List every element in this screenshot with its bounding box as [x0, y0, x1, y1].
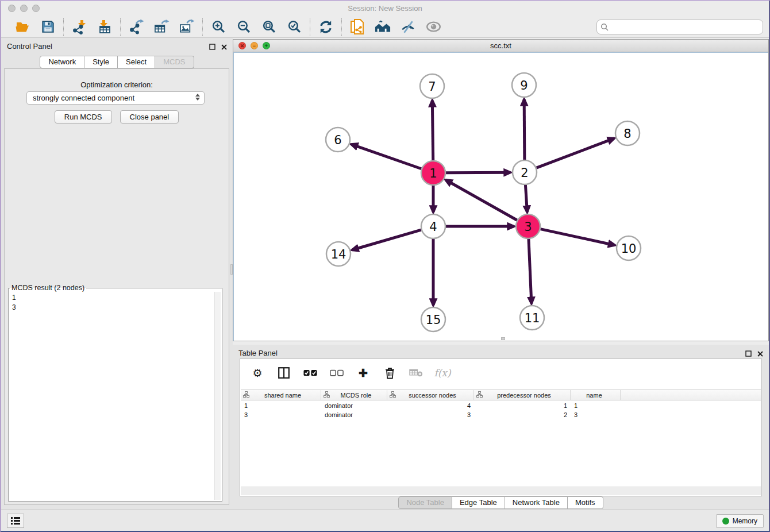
close-panel-icon[interactable]	[221, 42, 227, 52]
edge-2-9[interactable]	[524, 99, 525, 160]
network-window-titlebar[interactable]: ✕ − + scc.txt	[233, 40, 768, 52]
canvas-grip[interactable]	[501, 337, 505, 340]
table-row[interactable]: 1dominator411	[241, 401, 761, 410]
unselect-all-columns-icon[interactable]	[330, 366, 344, 380]
import-network-icon[interactable]	[71, 19, 87, 35]
export-network-icon[interactable]	[128, 19, 144, 35]
search-input[interactable]	[596, 20, 763, 34]
node-label-15: 15	[426, 313, 441, 327]
node-label-7: 7	[428, 80, 436, 94]
column-header-label: shared name	[249, 392, 321, 399]
cell-shared-name[interactable]: 3	[241, 411, 321, 418]
node-label-4: 4	[429, 220, 437, 234]
close-panel-icon[interactable]	[757, 349, 763, 359]
optimization-criterion-label: Optimization criterion:	[5, 80, 229, 89]
show-columns-icon[interactable]	[277, 366, 291, 380]
column-header-successor-nodes[interactable]: successor nodes	[387, 390, 474, 400]
column-header-shared-name[interactable]: shared name	[241, 390, 321, 400]
hide-panels-icon[interactable]	[400, 19, 416, 35]
close-panel-button[interactable]: Close panel	[120, 110, 179, 124]
control-panel-title: Control Panel	[7, 42, 52, 51]
save-session-icon[interactable]	[40, 19, 56, 35]
cell-name[interactable]: 3	[571, 411, 621, 418]
mcds-result-box: MCDS result (2 nodes) 1 3	[8, 284, 222, 502]
search-icon	[600, 23, 609, 33]
flat-hierarchy-icon	[390, 391, 396, 399]
task-history-button[interactable]	[7, 514, 24, 528]
table-tabs: Node TableEdge TableNetwork TableMotifs	[233, 496, 769, 509]
table-options-icon[interactable]: ⚙	[251, 366, 264, 380]
edge-3-11[interactable]	[529, 239, 532, 303]
edge-2-3[interactable]	[525, 185, 527, 212]
zoom-in-icon[interactable]	[210, 19, 226, 35]
float-panel-icon[interactable]	[745, 349, 752, 359]
cell-mcds-role[interactable]: dominator	[321, 402, 387, 409]
node-label-11: 11	[525, 311, 540, 325]
cell-predecessor-nodes[interactable]: 2	[474, 411, 571, 418]
cell-successor-nodes[interactable]: 3	[387, 411, 474, 418]
edge-1-6[interactable]	[352, 144, 422, 168]
run-mcds-button[interactable]: Run MCDS	[55, 110, 112, 124]
column-header-name[interactable]: name	[571, 390, 621, 400]
edge-1-2[interactable]	[446, 172, 510, 173]
tab-select[interactable]: Select	[118, 56, 155, 68]
tab-motifs[interactable]: Motifs	[568, 496, 603, 509]
open-file-icon[interactable]	[14, 19, 30, 35]
select-all-columns-icon[interactable]	[303, 366, 317, 380]
add-column-icon[interactable]: ✚	[356, 366, 370, 380]
flat-hierarchy-icon	[324, 391, 330, 399]
table-row[interactable]: 3dominator323	[241, 410, 761, 419]
memory-status-icon	[722, 518, 729, 525]
table-hscrollbar[interactable]	[241, 487, 761, 495]
tab-edge-table[interactable]: Edge Table	[452, 496, 505, 509]
cell-successor-nodes[interactable]: 4	[387, 402, 474, 409]
function-builder-icon[interactable]: f(x)	[436, 366, 449, 380]
tab-node-table[interactable]: Node Table	[398, 496, 452, 509]
column-header-predecessor-nodes[interactable]: predecessor nodes	[474, 390, 571, 400]
node-table: ⚙ ✚ f(x) shared nameMCDS r	[240, 358, 762, 496]
cell-name[interactable]: 1	[571, 402, 621, 409]
export-image-icon[interactable]	[179, 19, 195, 35]
column-header-mcds-role[interactable]: MCDS role	[321, 390, 387, 400]
title-bar: Session: New Session	[1, 1, 769, 16]
table-panel-title: Table Panel	[238, 349, 278, 357]
apply-layout-icon[interactable]	[318, 19, 334, 35]
import-table-icon[interactable]	[97, 19, 113, 35]
edge-2-8[interactable]	[537, 138, 614, 168]
memory-button[interactable]: Memory	[716, 514, 764, 528]
flat-hierarchy-icon	[243, 391, 249, 399]
cell-shared-name[interactable]: 1	[241, 402, 321, 409]
export-table-icon[interactable]	[153, 19, 170, 35]
network-graph[interactable]: 1234678910111415	[234, 53, 769, 342]
criterion-dropdown[interactable]: strongly connected component	[26, 91, 205, 105]
network-canvas[interactable]: 1234678910111415	[233, 52, 768, 341]
mcds-result-text[interactable]: 1 3	[10, 292, 214, 500]
clone-network-icon[interactable]	[349, 19, 365, 35]
delete-table-icon[interactable]	[409, 366, 423, 380]
edge-4-14[interactable]	[352, 230, 421, 250]
tab-style[interactable]: Style	[84, 56, 118, 68]
cell-mcds-role[interactable]: dominator	[321, 411, 387, 418]
tab-mcds[interactable]: MCDS	[155, 56, 194, 68]
column-header-label: name	[573, 392, 620, 399]
mcds-panel: Optimization criterion: strongly connect…	[4, 68, 229, 505]
edge-3-1[interactable]	[446, 180, 517, 220]
tab-network-table[interactable]: Network Table	[505, 496, 568, 509]
main-toolbar	[1, 16, 769, 38]
edge-1-7[interactable]	[432, 101, 433, 160]
zoom-out-icon[interactable]	[236, 19, 252, 35]
search-box	[596, 20, 763, 34]
cell-predecessor-nodes[interactable]: 1	[474, 402, 571, 409]
node-label-6: 6	[334, 133, 341, 147]
result-scrollbar[interactable]	[214, 292, 221, 500]
edge-3-10[interactable]	[540, 229, 614, 245]
tab-network[interactable]: Network	[40, 56, 84, 68]
float-panel-icon[interactable]	[209, 42, 215, 52]
dropdown-stepper-icon	[195, 94, 200, 101]
zoom-selected-icon[interactable]	[286, 19, 302, 35]
node-label-1: 1	[429, 167, 437, 180]
zoom-fit-icon[interactable]	[261, 19, 277, 35]
first-neighbors-icon[interactable]	[375, 19, 391, 35]
show-graphics-details-icon[interactable]	[425, 19, 441, 35]
delete-columns-icon[interactable]	[383, 366, 396, 380]
